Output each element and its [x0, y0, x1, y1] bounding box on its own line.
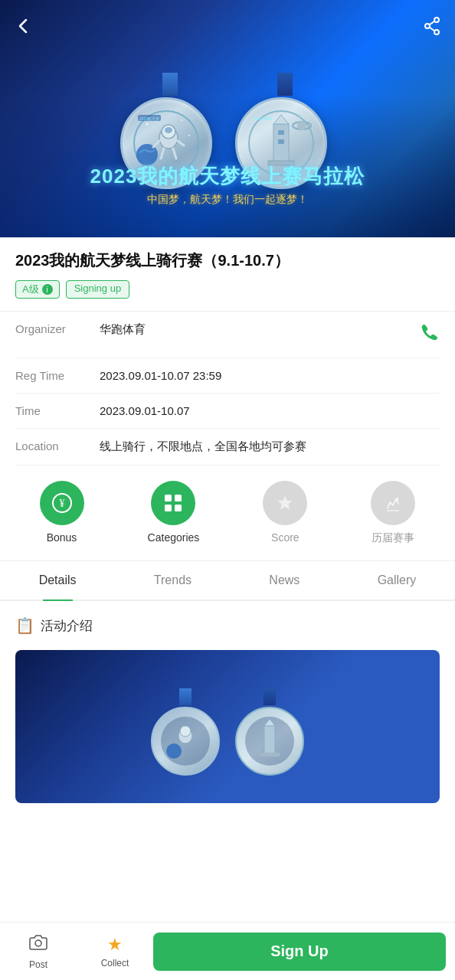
svg-rect-18	[278, 130, 284, 135]
svg-line-27	[430, 21, 435, 25]
svg-text:¥: ¥	[59, 498, 64, 509]
location-label: Location	[15, 439, 100, 452]
organizer-value: 华跑体育	[100, 322, 420, 337]
svg-rect-34	[175, 505, 182, 511]
svg-rect-19	[278, 139, 284, 144]
event-title: 2023我的航天梦线上骑行赛（9.1-10.7）	[15, 250, 440, 271]
organizer-row: Organizer 华跑体育	[15, 312, 440, 358]
history-label: 历届赛事	[372, 531, 414, 545]
activity-intro: 📋 活动介绍	[0, 601, 455, 650]
score-icon-circle	[263, 481, 307, 525]
svg-point-22	[297, 121, 306, 130]
svg-line-11	[161, 149, 164, 158]
svg-line-9	[153, 141, 159, 147]
hero-title: 2023我的航天梦线上赛马拉松	[0, 163, 455, 190]
location-value: 线上骑行，不限地点，全国各地均可参赛	[100, 439, 440, 454]
tab-gallery[interactable]: Gallery	[372, 561, 423, 599]
svg-text:2023航天梦: 2023航天梦	[139, 116, 159, 121]
tab-news[interactable]: News	[263, 561, 306, 599]
bonus-icon-item[interactable]: ¥ Bonus	[40, 481, 84, 545]
intro-icon: 📋	[15, 616, 34, 635]
reg-time-row: Reg Time 2023.09.01-10.07 23:59	[15, 358, 440, 394]
score-icon-item[interactable]: Score	[263, 481, 307, 545]
svg-point-3	[188, 135, 190, 136]
info-section: Organizer 华跑体育 Reg Time 2023.09.01-10.07…	[0, 311, 455, 466]
hero-subtitle: 中国梦，航天梦！我们一起逐梦！	[0, 193, 455, 207]
categories-icon-circle	[151, 481, 195, 525]
categories-label: Categories	[148, 531, 200, 544]
svg-rect-32	[175, 495, 182, 501]
tab-trends[interactable]: Trends	[148, 561, 198, 599]
back-button[interactable]	[12, 15, 34, 39]
phone-icon[interactable]	[420, 322, 440, 347]
tab-bar: Details Trends News Gallery	[0, 561, 455, 601]
svg-line-10	[178, 141, 184, 145]
badge-level: A级 i	[15, 280, 60, 299]
svg-text:FINISHER: FINISHER	[254, 116, 273, 121]
svg-rect-33	[165, 505, 172, 511]
organizer-label: Organizer	[15, 322, 100, 335]
time-row: Time 2023.09.01-10.07	[15, 394, 440, 429]
svg-point-38	[180, 726, 191, 737]
hero-text-overlay: 2023我的航天梦线上赛马拉松 中国梦，航天梦！我们一起逐梦！	[0, 163, 455, 207]
svg-line-28	[430, 28, 435, 31]
share-button[interactable]	[421, 15, 443, 39]
svg-marker-17	[273, 115, 289, 124]
history-icon-item[interactable]: 历届赛事	[371, 481, 415, 545]
reg-time-label: Reg Time	[15, 369, 100, 382]
bonus-label: Bonus	[47, 531, 77, 544]
content-image	[15, 650, 440, 803]
svg-rect-43	[260, 753, 280, 756]
svg-rect-31	[165, 495, 172, 501]
hero-banner: 2023航天梦	[0, 0, 455, 237]
intro-label: 活动介绍	[41, 617, 93, 635]
score-label: Score	[271, 531, 300, 544]
bonus-icon-circle: ¥	[40, 481, 84, 525]
svg-point-2	[181, 119, 182, 121]
location-row: Location 线上骑行，不限地点，全国各地均可参赛	[15, 429, 440, 466]
badge-status: Signing up	[66, 280, 129, 299]
svg-point-39	[166, 743, 182, 759]
svg-point-1	[146, 123, 149, 126]
feature-icons: ¥ Bonus Categories Score	[0, 466, 455, 561]
svg-point-8	[165, 127, 172, 133]
main-content: 2023我的航天梦线上骑行赛（9.1-10.7） A级 i Signing up	[0, 237, 455, 299]
badges-row: A级 i Signing up	[15, 280, 440, 299]
info-icon: i	[42, 284, 53, 295]
time-value: 2023.09.01-10.07	[100, 404, 440, 417]
categories-icon-item[interactable]: Categories	[148, 481, 200, 545]
svg-rect-41	[264, 726, 275, 753]
reg-time-value: 2023.09.01-10.07 23:59	[100, 369, 440, 382]
history-icon-circle	[371, 481, 415, 525]
tab-details[interactable]: Details	[33, 561, 83, 599]
time-label: Time	[15, 404, 100, 417]
svg-line-12	[173, 149, 176, 158]
